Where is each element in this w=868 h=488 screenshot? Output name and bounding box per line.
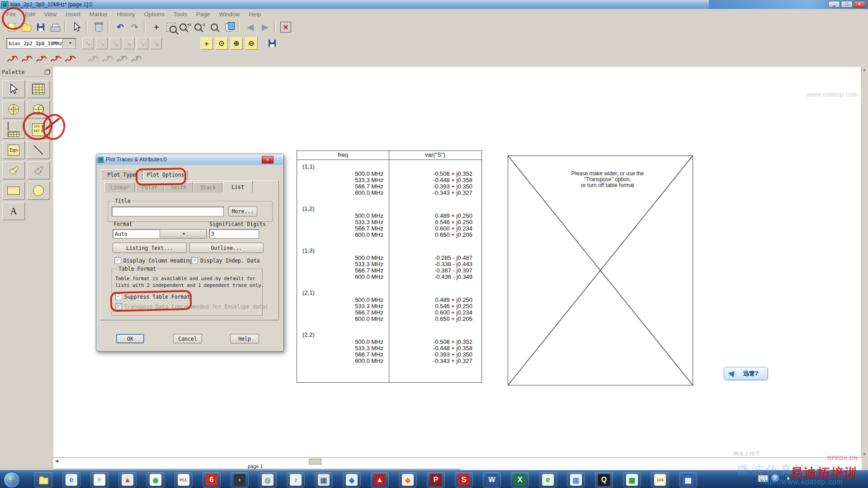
start-button[interactable] xyxy=(4,472,20,488)
first-page-icon[interactable]: ↘ xyxy=(82,38,94,49)
taskbar-icon-music-app[interactable]: ♪ xyxy=(287,472,305,488)
taskbar-icon-firefox[interactable]: ◗ xyxy=(231,472,249,488)
listing-text-button[interactable]: Listing Text... xyxy=(113,243,187,253)
taskbar-icon-windows-explorer[interactable] xyxy=(34,472,52,488)
print-icon[interactable] xyxy=(49,21,61,33)
horizontal-scrollbar[interactable]: ◀ xyxy=(53,457,862,465)
plot-zoom-out-icon[interactable]: ⊖ xyxy=(245,37,258,50)
plot-zoom-in-icon[interactable]: ⊕ xyxy=(230,37,243,50)
display-column-headings-checkbox[interactable]: ✓ Display Column Headings xyxy=(114,257,195,264)
delete-trash-icon[interactable] xyxy=(92,21,105,33)
outline-button[interactable]: Outline... xyxy=(189,243,264,253)
format-dropdown[interactable]: Auto ▼ xyxy=(113,229,207,239)
undo-icon[interactable]: ↶ xyxy=(114,21,127,33)
keyboard-tray-icon[interactable] xyxy=(758,475,769,482)
scroll-down-icon[interactable]: ▼ xyxy=(863,452,866,456)
help-button[interactable]: Help xyxy=(230,334,259,343)
subtab-list[interactable]: List xyxy=(223,181,253,193)
redo-icon[interactable]: ↷ xyxy=(128,21,141,33)
save-plot-icon[interactable] xyxy=(266,37,278,50)
taskbar-icon-blue-grid-app[interactable]: ▦ xyxy=(679,472,697,488)
tray-expand-icon[interactable]: ▲ xyxy=(786,475,791,480)
menu-help[interactable]: Help xyxy=(245,11,266,18)
insert-trace-2-icon[interactable] xyxy=(21,53,33,66)
ok-button[interactable]: OK xyxy=(116,334,144,343)
title-input[interactable] xyxy=(112,206,224,216)
taskbar-icon-yellow-grid-app[interactable]: 123 xyxy=(651,472,669,488)
plot-pan-icon[interactable]: + xyxy=(200,37,213,50)
palette-rect-plot-tool[interactable] xyxy=(27,80,50,98)
taskbar-icon-internet-explorer[interactable]: e xyxy=(62,472,80,488)
save-icon[interactable] xyxy=(34,21,47,33)
scroll-left-icon[interactable]: ◀ xyxy=(55,459,58,463)
subtab-linear[interactable]: Linear xyxy=(104,182,135,192)
marker-tool-2-icon[interactable] xyxy=(101,53,114,66)
menu-page[interactable]: Page xyxy=(192,11,214,18)
last-page-icon[interactable]: ↘ xyxy=(150,38,162,49)
zoom-area-icon[interactable] xyxy=(165,21,177,33)
prev-page-fast-icon[interactable]: ↘ xyxy=(109,38,121,49)
maximize-button[interactable]: ▢ xyxy=(841,1,853,8)
menu-tools[interactable]: Tools xyxy=(169,11,192,18)
forward-icon[interactable]: ▶ xyxy=(259,21,271,33)
palette-rectangle-tool[interactable] xyxy=(2,182,25,200)
pointer-tool-icon[interactable] xyxy=(71,21,83,33)
palette-arrow-filled-tool[interactable] xyxy=(2,161,25,179)
close-button[interactable]: ✕ xyxy=(854,1,865,8)
taskbar-icon-red-badge-app[interactable]: 6 xyxy=(203,472,221,488)
vertical-scrollbar[interactable]: ▲ ▼ xyxy=(861,67,868,457)
back-icon[interactable]: ◀ xyxy=(244,21,257,33)
taskbar-icon-green-e-app[interactable]: e xyxy=(539,472,557,488)
taskbar-icon-sim-pll[interactable]: PLL xyxy=(175,472,193,488)
taskbar-icon-blue-app[interactable]: ◆ xyxy=(343,472,361,488)
dialog-title-bar[interactable]: Plot Traces & Attributes:0 xyxy=(96,154,283,165)
menu-marker[interactable]: Marker xyxy=(85,11,112,18)
chevron-down-icon[interactable]: ▼ xyxy=(62,39,75,48)
sig-digits-input[interactable] xyxy=(209,229,259,239)
palette-circle-tool[interactable] xyxy=(27,182,50,200)
taskbar-icon-red-s-app[interactable]: S xyxy=(455,472,473,488)
palette-float-icon[interactable] xyxy=(45,70,50,75)
marker-tool-3-icon[interactable] xyxy=(116,53,128,66)
minimize-button[interactable]: ▁ xyxy=(828,1,840,8)
checkbox-checked-icon[interactable]: ✓ xyxy=(114,257,121,264)
delete-item-icon[interactable]: × xyxy=(280,22,291,33)
dialog-close-button[interactable]: ✕ xyxy=(262,156,274,164)
taskbar-icon-chrome-browser[interactable]: ◉ xyxy=(146,472,165,488)
palette-polar-plot-tool[interactable] xyxy=(2,100,25,118)
taskbar-icon-notepad[interactable]: ≡ xyxy=(90,472,108,488)
pan-icon[interactable]: + xyxy=(150,21,163,33)
taskbar-icon-word[interactable]: W xyxy=(483,472,501,488)
palette-line-tool[interactable] xyxy=(27,141,50,159)
checkbox-checked-icon[interactable]: ✓ xyxy=(191,257,198,264)
palette-text-tool[interactable]: A xyxy=(2,202,25,220)
chevron-down-icon[interactable]: ▼ xyxy=(160,230,207,238)
taskbar-icon-green-grid-app[interactable]: ▦ xyxy=(623,472,641,488)
taskbar-icon-dark-red-app[interactable]: P xyxy=(427,472,445,488)
taskbar-icon-pdf-reader[interactable]: ▲ xyxy=(371,472,389,488)
zoom-full-icon[interactable] xyxy=(208,21,221,33)
scrollbar-thumb[interactable] xyxy=(309,459,321,465)
cancel-button[interactable]: Cancel xyxy=(173,334,202,343)
dataset-dropdown[interactable]: bias_2p2_3p8_10MHz ▼ xyxy=(6,38,76,49)
taskbar-icon-spreadsheet[interactable]: X xyxy=(511,472,529,488)
palette-arrow-outline-tool[interactable] xyxy=(27,161,50,179)
marker-tool-1-icon[interactable] xyxy=(87,53,99,66)
palette-stacked-plot-tool[interactable] xyxy=(2,121,25,139)
next-page-fast-icon[interactable]: ↘ xyxy=(123,38,135,49)
insert-trace-3-icon[interactable] xyxy=(35,53,48,66)
more-button[interactable]: More... xyxy=(228,206,257,216)
insert-trace-5-icon[interactable] xyxy=(64,53,77,66)
taskbar-icon-qq[interactable]: Q xyxy=(595,472,613,488)
help-tray-icon[interactable]: ? xyxy=(771,474,779,482)
menu-window[interactable]: Window xyxy=(214,11,244,18)
marker-tool-4-icon[interactable] xyxy=(130,53,143,66)
palette-pointer-tool[interactable] xyxy=(2,80,25,98)
menu-view[interactable]: View xyxy=(39,11,61,18)
taskbar-icon-calculator[interactable]: ▦ xyxy=(315,472,333,488)
thunder-download-widget[interactable]: 迅雷7 xyxy=(724,367,768,380)
scroll-up-icon[interactable]: ▲ xyxy=(863,68,866,72)
zoom-in-x2-icon[interactable]: +2 xyxy=(179,21,192,33)
taskbar-icon-orange-app[interactable]: ◆ xyxy=(399,472,417,488)
menu-insert[interactable]: Insert xyxy=(61,11,85,18)
